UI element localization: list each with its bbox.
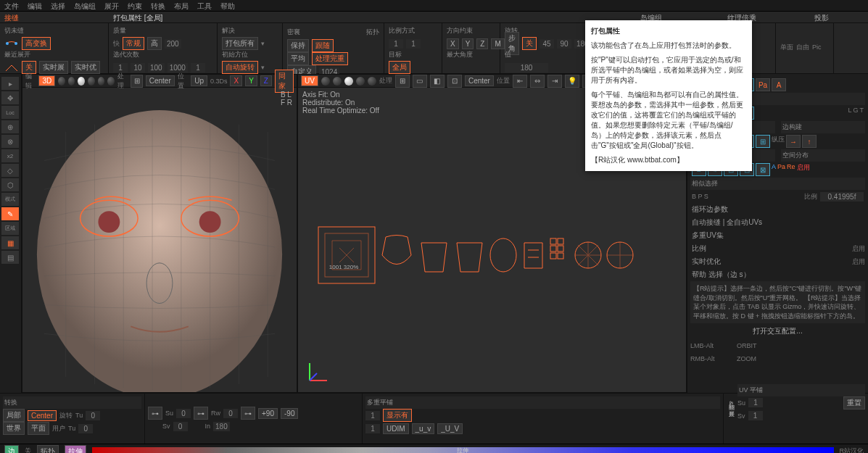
udim-button[interactable]: UDIM [383, 423, 409, 434]
vp3d-content[interactable]: B LF R [22, 88, 297, 392]
tool-select[interactable]: ▸ [1, 77, 19, 90]
vpuv-tab[interactable]: UV [301, 75, 318, 86]
tool-hex[interactable]: ⬡ [1, 178, 19, 191]
onesided-label[interactable]: 单面 [780, 43, 793, 52]
conv-center-button[interactable]: Center [28, 410, 57, 421]
normal-button[interactable]: 常规 [123, 37, 144, 50]
uvshade3-icon[interactable] [344, 77, 353, 86]
r45[interactable]: 45 [540, 39, 554, 49]
rp-item-autoseam[interactable]: 自动接缝 | 全自动UVs [690, 216, 865, 229]
link3-icon[interactable]: ⊶ [241, 407, 255, 420]
uvtile-sv[interactable]: 1 [748, 411, 763, 420]
edge-mode-button[interactable]: 边 [4, 445, 19, 454]
vpuv-proc[interactable]: 处理 [379, 76, 392, 86]
realtime-opt-button[interactable]: 实时优 [71, 61, 100, 74]
z-button[interactable]: Z [476, 38, 488, 49]
menu-constraint[interactable]: 约束 [128, 1, 142, 9]
axis-z-button[interactable]: Z [260, 75, 272, 86]
free-label[interactable]: 自由 [796, 43, 809, 52]
rp-item-multiuv[interactable]: 多重UV集 [690, 229, 865, 242]
topo-button[interactable]: 拓扑 [37, 445, 59, 454]
iter2[interactable]: 10 [131, 63, 145, 72]
uvshade5-icon[interactable] [368, 77, 376, 86]
axis-gizmo[interactable] [304, 357, 333, 386]
plane-button[interactable]: 平面 [28, 422, 49, 435]
tool-grid[interactable]: ▦ [1, 236, 19, 249]
pack-all-button[interactable]: 打包所有 [222, 37, 258, 50]
link1-icon[interactable]: ⊶ [148, 407, 162, 420]
menu-file[interactable]: 文件 [4, 1, 19, 9]
menu-unfold[interactable]: 展开 [104, 1, 119, 9]
mt-n2[interactable]: 1 [365, 424, 380, 433]
uvtile-su[interactable]: 1 [748, 398, 763, 407]
axis-x-button[interactable]: X [230, 75, 242, 86]
avg-button[interactable]: 平均 [287, 52, 309, 65]
align-l-icon[interactable]: ⇤ [513, 75, 527, 88]
rp-item-loop[interactable]: 循环边参数 [690, 203, 865, 216]
follow-button[interactable]: 跟随 [312, 39, 334, 52]
menu-help[interactable]: 帮助 [220, 1, 235, 9]
realtime-unfold-button[interactable]: 实时展 [39, 61, 68, 74]
menu-convert[interactable]: 转换 [151, 1, 165, 9]
tu-val[interactable]: 0 [86, 411, 100, 420]
iter5[interactable]: 1 [191, 63, 205, 72]
snap1-icon[interactable]: ▭ [413, 75, 427, 88]
tool-mode[interactable]: 模式 [1, 193, 19, 206]
nav-cube[interactable]: B LF R [281, 91, 292, 107]
center-button[interactable]: Center [146, 75, 175, 86]
high-button[interactable]: 高 [147, 37, 162, 50]
rp-item-ratio[interactable]: 比例 [690, 242, 849, 255]
shade4-icon[interactable] [88, 77, 95, 86]
tool-shield[interactable]: ◇ [1, 164, 19, 177]
snap3-icon[interactable]: ⊡ [447, 75, 462, 88]
tu2-val[interactable]: 0 [78, 424, 93, 433]
menu-island[interactable]: 岛编组 [74, 1, 96, 9]
ratio-val[interactable]: 0.41995f [820, 192, 864, 201]
align-r-icon[interactable]: ⇥ [547, 75, 562, 88]
uvshade1-icon[interactable] [321, 77, 330, 86]
grid-icon[interactable]: ⊞ [131, 75, 142, 88]
uvgrid-icon[interactable]: ⊞ [395, 75, 410, 88]
stretch-gradient[interactable]: 拉伸 [92, 447, 834, 454]
iter3[interactable]: 100 [148, 63, 165, 72]
showall-button[interactable]: 显示有 [383, 409, 412, 422]
stretch-button[interactable]: 拉伸 [65, 445, 86, 454]
vp3d-tab[interactable]: 3D [38, 75, 55, 86]
eb2-icon[interactable]: ↑ [802, 135, 817, 148]
shade3-icon[interactable] [78, 77, 85, 86]
rp-ico-pa[interactable]: Pa [756, 78, 770, 91]
up-button[interactable]: Up [191, 75, 207, 86]
shade6-icon[interactable] [107, 77, 115, 86]
p90-button[interactable]: +90 [258, 408, 278, 419]
reset-button[interactable]: 重置 [843, 396, 865, 410]
sv-val[interactable]: 0 [173, 422, 188, 431]
rp-item-help[interactable]: 帮助 选择（边 s） [690, 268, 865, 281]
d5-icon[interactable]: ⊠ [756, 163, 770, 176]
menu-edit[interactable]: 编辑 [28, 1, 42, 9]
quality-val[interactable]: 200 [165, 39, 181, 49]
mt-n1[interactable]: 1 [365, 411, 380, 420]
in-val[interactable]: 180 [213, 422, 230, 431]
tool-loc[interactable]: Loc [1, 106, 19, 119]
uvshade2-icon[interactable] [333, 77, 342, 86]
tool-move[interactable]: ✥ [1, 91, 19, 104]
tool-brush[interactable]: ✎ [1, 207, 19, 220]
local-button[interactable]: 局部 [3, 409, 25, 422]
rot-off-button[interactable]: 关 [522, 37, 537, 50]
r90[interactable]: 90 [557, 39, 571, 49]
snap2-icon[interactable]: ◧ [430, 75, 445, 88]
axis-y-button[interactable]: Y [245, 75, 257, 86]
tool-add[interactable]: ⊕ [1, 120, 19, 133]
uv-center-button[interactable]: Center [465, 75, 494, 86]
scale2[interactable]: 1 [406, 39, 421, 49]
su-val[interactable]: 0 [176, 409, 191, 418]
rp-ico-a[interactable]: A [772, 78, 786, 91]
shade1-icon[interactable] [58, 77, 65, 86]
tool-panel[interactable]: ▤ [1, 251, 19, 264]
rot-val[interactable]: 180 [505, 63, 548, 72]
tab-projection[interactable]: 投影 [810, 12, 868, 22]
rp-item-rtopt[interactable]: 实时优化 [690, 255, 849, 268]
uvshade4-icon[interactable] [356, 77, 365, 86]
x-button[interactable]: X [447, 38, 459, 49]
menu-select[interactable]: 选择 [51, 1, 65, 9]
